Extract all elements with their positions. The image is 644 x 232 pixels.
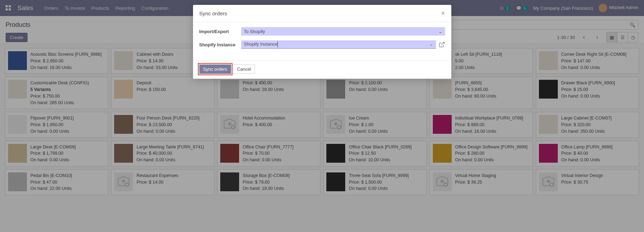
chevron-down-icon: ⌄ bbox=[438, 29, 442, 34]
shopify-instance-value: Shopify Instance bbox=[244, 41, 278, 47]
import-export-select[interactable]: To Shopify ⌄ bbox=[241, 27, 445, 36]
svg-line-5 bbox=[441, 42, 444, 45]
chevron-down-icon: ⌄ bbox=[429, 41, 433, 47]
label-import-export: Import/Export bbox=[199, 29, 241, 34]
close-icon[interactable]: × bbox=[441, 10, 445, 17]
modal-title: Sync orders bbox=[199, 10, 227, 16]
label-shopify-instance: Shopify Instance bbox=[199, 42, 241, 47]
sync-orders-modal: Sync orders × Import/Export To Shopify ⌄… bbox=[193, 5, 451, 79]
sync-orders-button[interactable]: Sync orders bbox=[199, 64, 231, 74]
import-export-value: To Shopify bbox=[244, 29, 265, 34]
cancel-button[interactable]: Cancel bbox=[233, 64, 255, 74]
shopify-instance-input[interactable]: Shopify Instance ⌄ bbox=[241, 40, 436, 49]
external-link-icon[interactable] bbox=[439, 41, 445, 48]
